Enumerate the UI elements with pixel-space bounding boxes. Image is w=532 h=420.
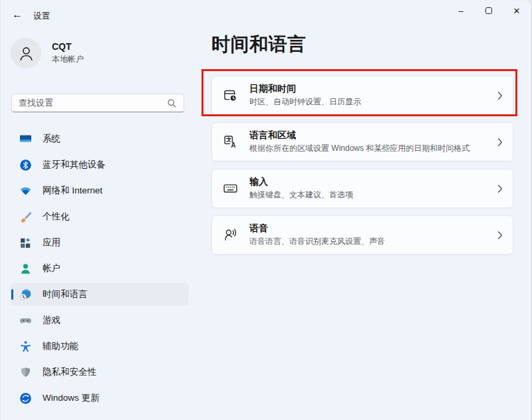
- app-title: 设置: [33, 11, 50, 22]
- personalization-icon: [19, 211, 32, 223]
- gaming-icon: [19, 314, 32, 327]
- card-speech[interactable]: 语音语音语言、语音识别麦克风设置、声音: [211, 215, 513, 255]
- sidebar-item-privacy[interactable]: 隐私和安全性: [11, 361, 189, 383]
- windows-update-icon: [19, 392, 32, 405]
- svg-text:A: A: [231, 142, 235, 149]
- accessibility-icon: [19, 340, 32, 353]
- bluetooth-icon: [19, 159, 32, 171]
- card-title: 语言和区域: [249, 130, 469, 141]
- accounts-icon: [19, 262, 32, 275]
- card-subtitle: 时区、自动时钟设置、日历显示: [249, 96, 361, 108]
- avatar: [11, 38, 41, 68]
- page-title: 时间和语言: [211, 32, 307, 57]
- window-controls: – ✕: [447, 1, 531, 21]
- person-icon: [17, 45, 35, 62]
- sidebar-item-label: 隐私和安全性: [43, 366, 96, 378]
- card-title: 日期和时间: [249, 83, 361, 94]
- sidebar-item-gaming[interactable]: 游戏: [11, 309, 189, 332]
- privacy-icon: [19, 366, 32, 379]
- chevron-right-icon: [497, 183, 503, 194]
- language-region-icon: A: [222, 134, 238, 150]
- user-name: CQT: [52, 41, 84, 52]
- card-language-region[interactable]: A语言和区域根据你所在的区域设置 Windows 和某些应用的日期和时间格式: [211, 122, 513, 161]
- sidebar-item-network[interactable]: 网络和 Internet: [11, 179, 189, 202]
- card-date-time[interactable]: 日期和时间时区、自动时钟设置、日历显示: [211, 76, 513, 115]
- settings-window: ← 设置 – ✕ CQT 本地帐户 查找设置 系统蓝牙和其他设备网络和 Inte…: [0, 0, 532, 420]
- sidebar-item-label: 应用: [43, 237, 61, 249]
- sidebar-nav: 系统蓝牙和其他设备网络和 Internet个性化应用帐户时间和语言游戏辅助功能隐…: [11, 128, 189, 413]
- sidebar-item-label: 系统: [43, 133, 61, 145]
- maximize-button[interactable]: [475, 1, 503, 21]
- sidebar-item-label: 蓝牙和其他设备: [43, 159, 106, 171]
- sidebar-item-accessibility[interactable]: 辅助功能: [11, 335, 189, 358]
- apps-icon: [19, 237, 32, 249]
- date-time-icon: [222, 88, 238, 104]
- card-title: 输入: [249, 176, 353, 187]
- sidebar-item-system[interactable]: 系统: [11, 128, 189, 150]
- sidebar-item-label: 游戏: [43, 314, 61, 326]
- chevron-right-icon: [497, 230, 503, 241]
- search-input[interactable]: 查找设置: [11, 94, 184, 112]
- sidebar-item-time-language[interactable]: 时间和语言: [11, 283, 189, 306]
- close-button[interactable]: ✕: [503, 1, 531, 21]
- time-language-icon: [19, 288, 32, 301]
- user-profile[interactable]: CQT 本地帐户: [11, 38, 84, 68]
- sidebar-item-apps[interactable]: 应用: [11, 231, 189, 254]
- card-subtitle: 语音语言、语音识别麦克风设置、声音: [249, 236, 385, 247]
- card-typing[interactable]: 输入触摸键盘、文本建议、首选项: [211, 169, 513, 208]
- sidebar-item-label: 帐户: [43, 262, 61, 274]
- system-icon: [19, 133, 32, 146]
- account-type: 本地帐户: [52, 54, 84, 65]
- sidebar-item-windows-update[interactable]: Windows 更新: [11, 387, 189, 409]
- card-subtitle: 触摸键盘、文本建议、首选项: [249, 189, 353, 201]
- minimize-button[interactable]: –: [447, 1, 475, 21]
- card-subtitle: 根据你所在的区域设置 Windows 和某些应用的日期和时间格式: [249, 143, 469, 154]
- speech-icon: [222, 227, 238, 243]
- search-icon: [167, 98, 177, 108]
- sidebar-item-label: 时间和语言: [43, 288, 88, 300]
- sidebar-item-accounts[interactable]: 帐户: [11, 257, 189, 280]
- sidebar-item-label: 个性化: [43, 211, 70, 223]
- sidebar-item-label: 网络和 Internet: [43, 185, 102, 197]
- card-title: 语音: [249, 223, 385, 234]
- typing-icon: [222, 181, 238, 197]
- back-button[interactable]: ←: [8, 7, 27, 23]
- maximize-icon: [485, 7, 492, 14]
- search-placeholder: 查找设置: [19, 97, 167, 109]
- settings-cards: 日期和时间时区、自动时钟设置、日历显示A语言和区域根据你所在的区域设置 Wind…: [211, 76, 513, 262]
- chevron-right-icon: [497, 137, 503, 148]
- sidebar-item-label: 辅助功能: [43, 340, 78, 352]
- chevron-right-icon: [497, 90, 503, 101]
- network-icon: [19, 185, 32, 197]
- sidebar-item-label: Windows 更新: [43, 392, 100, 404]
- sidebar-item-bluetooth[interactable]: 蓝牙和其他设备: [11, 154, 189, 176]
- sidebar-item-personalization[interactable]: 个性化: [11, 205, 189, 228]
